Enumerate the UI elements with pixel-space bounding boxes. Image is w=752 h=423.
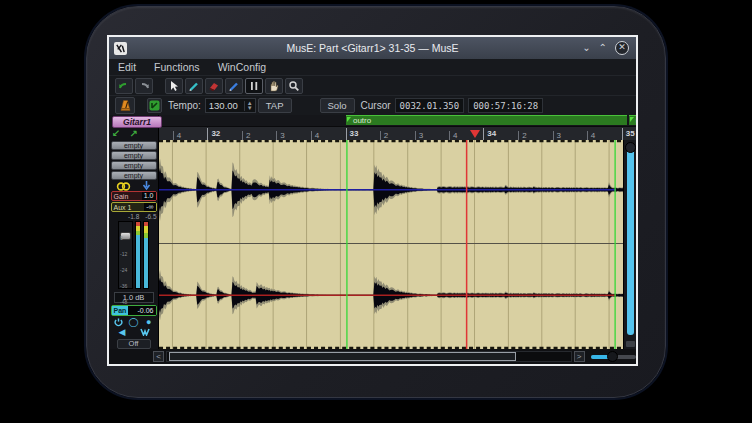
vertical-zoom-scrollbar[interactable] [623,140,636,349]
muse-wave-editor-window: MusE: Part <Gitarr1> 31-35 — MusE ⌄ ⌃ ✕ … [107,35,638,366]
scroll-left-button[interactable]: < [153,351,164,362]
scroll-right-button[interactable]: > [574,351,585,362]
tempo-toggle-button[interactable] [147,98,162,113]
stereo-link-icon[interactable] [116,182,131,191]
close-button[interactable]: ✕ [615,41,629,55]
pan-tool-button[interactable] [265,78,283,94]
eraser-tool-icon [208,80,220,92]
stereo-mode-icon[interactable] [139,327,152,337]
record-dot-icon[interactable]: ● [142,317,155,327]
tempo-label: Tempo: [168,100,201,111]
ruler-bar-label: 33 [346,128,359,140]
pan-control[interactable]: Pan -0.06 [111,305,157,316]
ruler-beat-label: 4 [449,131,457,140]
rack-slot-1[interactable]: empty [111,141,157,150]
pan-value: -0.06 [128,306,155,315]
waveform-canvas[interactable] [159,140,623,349]
hzoom-knob[interactable] [607,351,618,362]
zoom-tool-button[interactable] [285,78,303,94]
marker-lane[interactable]: outromo [159,115,636,126]
menu-winconfig[interactable]: WinConfig [218,61,266,73]
cutter-tool-icon [228,80,240,92]
fader-scale-label: -36 [120,284,127,289]
playhead-marker[interactable] [470,130,480,138]
tempo-spinner-arrows[interactable]: ▲▼ [244,101,255,111]
next-part-arrow-icon[interactable]: ↗ [129,129,137,139]
marker-flag-icon [630,117,634,122]
hzoom-slider[interactable] [591,351,637,362]
ruler-bar-label: 35 [622,128,635,140]
volume-fader[interactable]: 0-12-24-36-48 [118,221,133,289]
hscroll-thumb[interactable] [169,352,516,361]
ruler-beat-label: 4 [587,131,595,140]
minimize-button[interactable]: ⌄ [582,43,590,53]
tap-button[interactable]: TAP [258,98,292,113]
gain-value: 1.0 [142,192,156,200]
gain-control[interactable]: Gain 1.0 [111,191,157,201]
tempo-spinbox[interactable]: 130.00 ▲▼ [205,98,256,113]
metronome-button[interactable] [115,97,135,114]
automation-off-button[interactable]: Off [117,339,151,349]
cutter-tool-button[interactable] [225,78,243,94]
ruler-beat-label: 4 [173,131,181,140]
window-title: MusE: Part <Gitarr1> 31-35 — MusE [109,42,636,54]
zoom-lens-icon [288,80,300,92]
ruler-bar-label: 34 [483,128,496,140]
ruler-beat-label: 2 [242,131,250,140]
input-route-icon[interactable] [142,181,151,191]
bottom-scroll-row: < > [109,349,636,364]
ruler-beat-label: 2 [518,131,526,140]
editor-body: emptyemptyemptyempty Gain 1.0 Aux 1 -∞ -… [109,140,636,349]
wave-canvas-wrap [159,140,623,349]
power-icon[interactable] [112,317,125,327]
marker-mo[interactable]: mo [629,115,636,125]
cursor-label: Cursor [361,100,391,111]
header-rows: Gitarr1 ↙ ↗ outromo 432234332343423435 [109,115,636,140]
menu-functions[interactable]: Functions [154,61,200,73]
level-meter-left [135,221,141,289]
level-meter-right [143,221,149,289]
fader-scale-label: -12 [120,252,127,257]
range-tool-button[interactable] [245,78,263,94]
aux-send-control[interactable]: Aux 1 -∞ [111,202,157,212]
marker-flag-icon [347,117,351,122]
rack-slot-2[interactable]: empty [111,151,157,160]
vscroll-knob[interactable] [625,142,636,153]
redo-button[interactable] [135,78,153,94]
pan-hand-icon [268,80,280,92]
metronome-icon [119,99,132,112]
horizontal-scrollbar[interactable] [166,351,572,362]
menu-edit[interactable]: Edit [118,61,136,73]
undo-icon [118,80,130,92]
tempo-value[interactable]: 130.00 [206,100,244,111]
tools-toolbar [109,75,636,95]
ruler-beat-label: 3 [553,131,561,140]
record-arm-ring-icon[interactable]: ◯ [127,317,140,327]
timeline-ruler[interactable]: 432234332343423435 [159,126,636,140]
rack-slot-4[interactable]: empty [111,171,157,180]
fader-scale-label: -24 [120,268,127,273]
maximize-button[interactable]: ⌃ [599,43,607,53]
vscroll-bar[interactable] [627,149,634,335]
pencil-tool-icon [188,80,200,92]
solo-button[interactable]: Solo [320,98,355,113]
prev-part-arrow-icon[interactable]: ↙ [112,129,120,139]
rack-slot-3[interactable]: empty [111,161,157,170]
track-control-strip: emptyemptyemptyempty Gain 1.0 Aux 1 -∞ -… [109,140,159,349]
part-selector-badge[interactable]: Gitarr1 [112,116,162,128]
fader-scale-label: -48 [120,300,127,305]
undo-button[interactable] [115,78,133,94]
peak-right-value: -6.5 [145,213,156,220]
ruler-corner: Gitarr1 ↙ ↗ [109,115,159,140]
monitor-speaker-icon[interactable]: ◀ [116,327,129,337]
vscroll-nub[interactable] [626,341,635,347]
pointer-tool-button[interactable] [165,78,183,94]
track-buttons: ◯ ● ◀ [111,317,157,337]
marker-outro[interactable]: outro [346,115,627,125]
eraser-tool-button[interactable] [205,78,223,94]
pan-label: Pan [112,306,129,315]
ruler-beat-label: 4 [311,131,319,140]
pencil-tool-button[interactable] [185,78,203,94]
fader-area: 0-12-24-36-48 [118,221,149,289]
title-bar[interactable]: MusE: Part <Gitarr1> 31-35 — MusE ⌄ ⌃ ✕ [109,37,636,59]
